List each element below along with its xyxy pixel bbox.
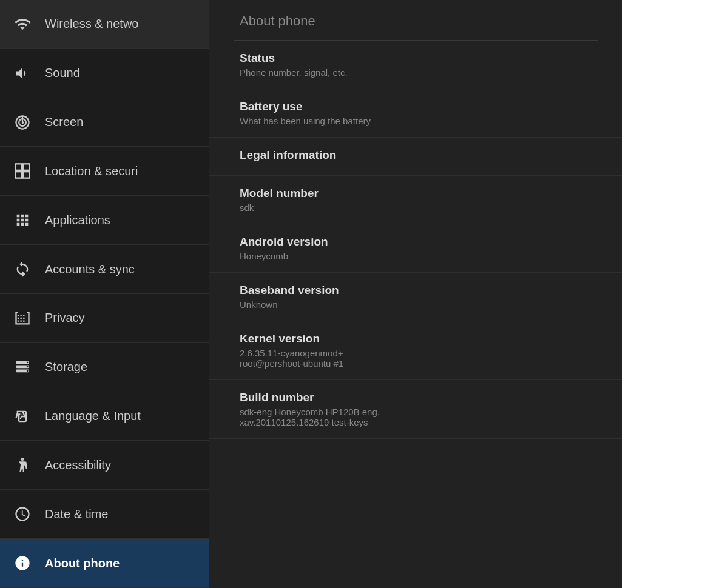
screen-icon [11, 111, 34, 134]
setting-subtitle-battery: What has been using the battery [240, 116, 592, 126]
svg-point-8 [27, 361, 29, 363]
sidebar-label-location: Location & securi [45, 164, 138, 178]
storage-icon [11, 356, 34, 379]
sidebar-item-accounts[interactable]: Accounts & sync [0, 245, 209, 294]
wifi-icon [11, 13, 34, 36]
sidebar-label-privacy: Privacy [45, 311, 85, 325]
page-title: About phone [209, 0, 622, 40]
sidebar-label-language: Language & Input [45, 409, 141, 423]
main-content: About phone Status Phone number, signal,… [209, 0, 622, 588]
svg-rect-4 [23, 172, 29, 179]
setting-battery[interactable]: Battery use What has been using the batt… [209, 89, 622, 138]
clock-icon [11, 503, 34, 526]
sidebar-item-privacy[interactable]: Privacy [0, 294, 209, 343]
setting-title-kernel: Kernel version [240, 332, 592, 346]
svg-rect-1 [15, 164, 21, 171]
sidebar-item-sound[interactable]: Sound [0, 49, 209, 98]
location-icon [11, 159, 34, 182]
setting-title-android: Android version [240, 235, 592, 249]
setting-title-model: Model number [240, 187, 592, 200]
sidebar-item-storage[interactable]: Storage [0, 343, 209, 392]
sync-icon [11, 258, 34, 281]
sidebar-label-datetime: Date & time [45, 507, 108, 521]
svg-point-9 [27, 366, 29, 367]
language-icon [11, 405, 34, 428]
sound-icon [11, 62, 34, 85]
setting-status[interactable]: Status Phone number, signal, etc. [209, 41, 622, 89]
setting-subtitle-model: sdk [240, 202, 592, 213]
setting-subtitle-baseband: Unknown [240, 299, 592, 310]
setting-subtitle-status: Phone number, signal, etc. [240, 67, 592, 78]
applications-icon [11, 209, 34, 232]
setting-build[interactable]: Build number sdk-eng Honeycomb HP120B en… [209, 380, 622, 439]
setting-baseband[interactable]: Baseband version Unknown [209, 273, 622, 321]
setting-model[interactable]: Model number sdk [209, 176, 622, 224]
sidebar-item-location[interactable]: Location & securi [0, 147, 209, 196]
sidebar-item-datetime[interactable]: Date & time [0, 490, 209, 539]
setting-subtitle-kernel: 2.6.35.11-cyanogenmod+ root@pershoot-ubu… [240, 348, 592, 369]
setting-subtitle-build: sdk-eng Honeycomb HP120B eng. xav.201101… [240, 407, 592, 427]
sidebar-item-language[interactable]: Language & Input [0, 392, 209, 441]
setting-title-build: Build number [240, 391, 592, 404]
sidebar-label-accessibility: Accessibility [45, 458, 111, 472]
sidebar-item-applications[interactable]: Applications [0, 196, 209, 245]
svg-rect-2 [23, 164, 29, 171]
sidebar-label-wireless: Wireless & netwo [45, 17, 139, 31]
setting-title-baseband: Baseband version [240, 284, 592, 297]
sidebar-label-screen: Screen [45, 115, 83, 129]
info-icon [11, 552, 34, 575]
sidebar-label-about: About phone [45, 556, 120, 570]
accessibility-icon [11, 453, 34, 476]
right-panel [622, 0, 728, 588]
setting-title-battery: Battery use [240, 100, 592, 113]
setting-subtitle-android: Honeycomb [240, 251, 592, 261]
sidebar-item-screen[interactable]: Screen [0, 98, 209, 147]
setting-title-status: Status [240, 52, 592, 65]
sidebar-label-accounts: Accounts & sync [45, 262, 135, 276]
privacy-icon [11, 307, 34, 330]
setting-kernel[interactable]: Kernel version 2.6.35.11-cyanogenmod+ ro… [209, 321, 622, 380]
sidebar-item-wireless[interactable]: Wireless & netwo [0, 0, 209, 49]
sidebar: Wireless & netwo Sound Screen Location &… [0, 0, 209, 588]
setting-title-legal: Legal information [240, 149, 592, 162]
sidebar-item-accessibility[interactable]: Accessibility [0, 441, 209, 490]
sidebar-label-sound: Sound [45, 66, 80, 80]
setting-android[interactable]: Android version Honeycomb [209, 224, 622, 273]
svg-point-10 [27, 370, 29, 372]
sidebar-label-storage: Storage [45, 360, 87, 374]
sidebar-item-about[interactable]: About phone [0, 539, 209, 588]
setting-legal[interactable]: Legal information [209, 138, 622, 176]
svg-rect-3 [15, 172, 21, 179]
sidebar-label-applications: Applications [45, 213, 110, 227]
